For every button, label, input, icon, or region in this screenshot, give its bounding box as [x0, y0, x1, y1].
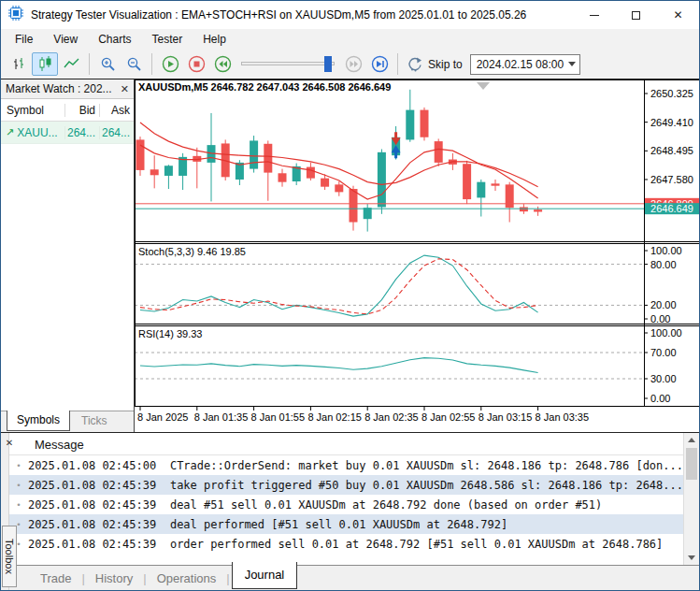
chart-canvas[interactable]: 2650.3252649.4102648.4952647.5802646.809…	[135, 79, 699, 432]
rsi-axis-label: 100.00	[650, 327, 682, 339]
journal-column-message[interactable]: Message	[9, 433, 683, 455]
stop-button[interactable]	[183, 52, 209, 76]
slider-track	[241, 62, 335, 65]
menu-item-view[interactable]: View	[43, 30, 88, 49]
bid-cell: 264...	[64, 126, 99, 139]
candle-body	[406, 110, 414, 140]
skip-to-end-icon	[371, 55, 389, 73]
scroll-thumb[interactable]	[686, 448, 697, 480]
chart-area[interactable]: 2650.3252649.4102648.4952647.5802646.809…	[135, 79, 699, 432]
ask-cell: 264...	[99, 126, 134, 139]
journal-time: 2025.01.08 02:45:39	[28, 479, 170, 492]
tab-ticks[interactable]: Ticks	[70, 411, 119, 432]
market-watch-panel: Market Watch : 202... ✕ Symbol Bid Ask ↗…	[1, 79, 135, 432]
candle-body	[520, 207, 528, 211]
tab-separator: |	[81, 571, 84, 585]
play-button[interactable]	[157, 52, 183, 76]
candle-body	[421, 110, 429, 137]
candle-body	[307, 167, 315, 179]
bid-price-badge-label: 2646.649	[650, 203, 693, 214]
time-axis-label: 8 Jan 02:35	[364, 411, 419, 423]
skip-to-end-button[interactable]	[366, 52, 393, 76]
toolbox-tab[interactable]: Toolbox	[2, 526, 17, 587]
rsi-axis-label: 30.00	[650, 373, 677, 384]
minimize-button[interactable]	[573, 1, 615, 29]
rewind-button[interactable]	[209, 52, 236, 76]
scroll-down-icon[interactable]	[688, 555, 695, 560]
market-watch-empty-area	[1, 144, 134, 411]
candle-body	[350, 189, 358, 223]
close-icon: ✕	[673, 8, 682, 22]
tab-operations[interactable]: Operations	[149, 568, 225, 589]
candle-body	[335, 184, 343, 192]
menu-item-charts[interactable]: Charts	[88, 30, 141, 49]
time-axis-label: 8 Jan 01:35	[194, 411, 248, 423]
journal-list: Message •2025.01.08 02:45:00CTrade::Orde…	[9, 433, 683, 565]
candle-body	[164, 166, 173, 176]
line-chart-button[interactable]	[58, 52, 84, 76]
stoch-label: Stoch(5,3,3) 9.46 19.85	[138, 246, 246, 257]
journal-row[interactable]: •2025.01.08 02:45:39deal performed [#51 …	[9, 514, 683, 534]
journal-row[interactable]: •2025.01.08 02:45:39take profit triggere…	[9, 475, 683, 495]
skip-to-date-input[interactable]: 2024.02.15 08:00	[470, 54, 580, 75]
strategy-tester-window: Strategy Tester Visualization : EMA+STOC…	[0, 0, 700, 591]
price-axis-label: 2647.580	[650, 174, 693, 185]
combo-dropdown-icon[interactable]	[568, 62, 576, 66]
maximize-icon	[632, 11, 640, 20]
bar-chart-icon	[11, 56, 27, 72]
column-symbol[interactable]: Symbol	[1, 104, 64, 117]
candle-body	[136, 139, 145, 170]
scroll-up-icon[interactable]	[688, 438, 695, 442]
skip-to-icon	[407, 56, 423, 73]
toolbox-close-icon[interactable]: ✕	[1, 438, 18, 448]
tab-trade[interactable]: Trade	[32, 568, 79, 589]
slider-handle[interactable]	[324, 56, 332, 72]
time-axis-label: 8 Jan 03:15	[479, 411, 533, 423]
stop-icon	[188, 55, 206, 73]
price-axis-label: 2649.410	[650, 117, 693, 128]
bar-chart-button[interactable]	[6, 52, 32, 76]
journal-row[interactable]: •2025.01.08 02:45:00CTrade::OrderSend: m…	[9, 455, 683, 475]
rsi-axis-label: 0.00	[650, 393, 670, 404]
tab-symbols[interactable]: Symbols	[7, 411, 70, 431]
candlestick-chart-button[interactable]	[32, 52, 58, 76]
price-axis-label: 2648.495	[650, 145, 693, 156]
fast-forward-button[interactable]	[340, 52, 366, 76]
tab-journal[interactable]: Journal	[232, 562, 298, 589]
speed-slider[interactable]	[241, 52, 335, 76]
zoom-out-icon	[126, 56, 142, 72]
market-watch-close-icon[interactable]: ✕	[121, 83, 129, 95]
menu-item-help[interactable]: Help	[193, 30, 236, 49]
column-bid[interactable]: Bid	[64, 104, 99, 117]
journal-message: take profit triggered #50 buy 0.01 XAUUS…	[170, 479, 683, 492]
app-icon	[8, 6, 23, 24]
market-watch-row[interactable]: ↗ XAUU... 264... 264...	[1, 122, 134, 144]
rewind-icon	[214, 55, 232, 73]
candle-body	[463, 164, 471, 199]
candle-body	[492, 183, 500, 185]
zoom-in-icon	[100, 56, 116, 72]
maximize-button[interactable]	[615, 1, 657, 29]
journal-row[interactable]: •2025.01.08 02:45:39deal #51 sell 0.01 X…	[9, 495, 683, 514]
zoom-out-button[interactable]	[121, 52, 147, 76]
market-watch-title: Market Watch : 202...	[6, 82, 112, 95]
toolbar-separator	[397, 53, 398, 75]
journal-scrollbar[interactable]	[683, 433, 699, 565]
skip-to-label: Skip to	[428, 58, 463, 71]
close-button[interactable]: ✕	[657, 1, 699, 29]
menu-item-file[interactable]: File	[5, 30, 43, 49]
toolbox-tabbar: Trade|History|Operations|Journal	[9, 565, 699, 591]
zoom-in-button[interactable]	[94, 52, 121, 76]
tab-history[interactable]: History	[87, 568, 141, 589]
toolbar: Skip to 2024.02.15 08:00	[1, 50, 699, 79]
column-ask[interactable]: Ask	[99, 104, 134, 117]
journal-row[interactable]: •2025.01.08 02:45:39order performed sell…	[9, 534, 683, 554]
candlestick-chart-icon	[37, 56, 53, 72]
journal-time: 2025.01.08 02:45:39	[28, 498, 170, 512]
rsi-label: RSI(14) 39.33	[138, 328, 202, 339]
candle-body	[506, 184, 514, 208]
menu-item-tester[interactable]: Tester	[141, 30, 193, 49]
candle-body	[279, 173, 287, 181]
trend-up-icon: ↗	[1, 126, 17, 138]
bullet-icon: •	[9, 500, 28, 510]
